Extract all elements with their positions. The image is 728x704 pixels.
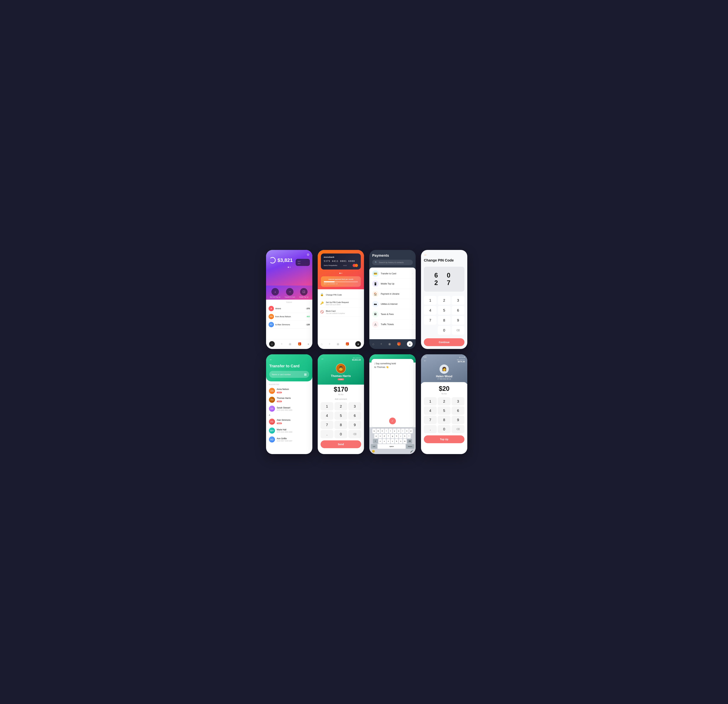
- continue-button[interactable]: Continue: [424, 338, 464, 346]
- key-u[interactable]: u: [397, 429, 400, 433]
- block-card-item[interactable]: 🚫 Block Card You can unblock it anytime: [320, 308, 361, 317]
- nav-add[interactable]: +: [380, 342, 382, 346]
- nav-profile[interactable]: ●: [308, 342, 309, 346]
- key-shift[interactable]: ⇧: [373, 439, 378, 444]
- key-a[interactable]: a: [374, 434, 378, 438]
- key-9[interactable]: 9: [348, 421, 361, 429]
- key-l[interactable]: l: [407, 434, 411, 438]
- key-3[interactable]: 3: [348, 402, 361, 411]
- key-0[interactable]: 0: [438, 425, 451, 433]
- contact-anna[interactable]: AN Anna Nelson mono: [266, 386, 312, 395]
- key-e[interactable]: e: [381, 429, 384, 433]
- key-7[interactable]: 7: [424, 416, 437, 424]
- key-c[interactable]: c: [387, 439, 390, 444]
- payment-item-ukraine[interactable]: 🏠 Payment in Ukraine ›: [369, 289, 416, 299]
- key-dot[interactable]: .: [424, 425, 437, 433]
- back-icon[interactable]: ←: [424, 253, 464, 257]
- key-5[interactable]: 5: [438, 306, 451, 315]
- contact-ann[interactable]: AG Ann Griffin 4149 5567 3328 0287: [266, 435, 312, 444]
- key-3[interactable]: 3: [452, 296, 464, 305]
- key-5[interactable]: 5: [334, 412, 347, 420]
- payment-item-traffic[interactable]: ⚠ Traffic Tickets ›: [369, 319, 416, 330]
- back-icon[interactable]: ←: [269, 358, 309, 361]
- key-dot[interactable]: .: [321, 430, 334, 438]
- key-t[interactable]: t: [389, 429, 392, 433]
- key-2[interactable]: 2: [438, 397, 451, 405]
- key-q[interactable]: q: [373, 429, 376, 433]
- payment-item-taxes[interactable]: 🏛 Taxes & Fees ›: [369, 309, 416, 319]
- card-input[interactable]: Name or card number ▦: [269, 371, 309, 378]
- my-card-topup-button[interactable]: ↓ My Card Top Up: [270, 288, 280, 298]
- key-j[interactable]: j: [399, 434, 403, 438]
- key-return[interactable]: Return: [406, 444, 414, 449]
- nav-gift[interactable]: 🎁: [298, 342, 302, 346]
- set-pin-request-item[interactable]: 🔑 Set Up PIN Code Request Don't ask up t…: [320, 299, 361, 308]
- key-k[interactable]: k: [403, 434, 407, 438]
- key-2[interactable]: 2: [334, 402, 347, 411]
- key-0[interactable]: 0: [438, 326, 451, 335]
- contact-marie[interactable]: MH Marie Hall 5375 4141 0001 6400: [266, 426, 312, 435]
- table-row[interactable]: AN from Anna Nelson 460: [269, 313, 310, 321]
- nav-home[interactable]: ⌂: [373, 342, 374, 346]
- table-row[interactable]: A Airbnb -370: [269, 305, 310, 313]
- mini-card[interactable]: 537 Deni: [296, 259, 310, 266]
- key-6[interactable]: 6: [452, 306, 464, 315]
- back-icon[interactable]: ←: [321, 357, 324, 361]
- contact-thomas[interactable]: TH Thomas Harris mono: [266, 395, 312, 404]
- key-d[interactable]: d: [383, 434, 386, 438]
- add-comment-link[interactable]: Add comment: [321, 398, 361, 400]
- key-4[interactable]: 4: [321, 412, 334, 420]
- key-8[interactable]: 8: [334, 421, 347, 429]
- key-m[interactable]: m: [403, 439, 407, 444]
- key-0[interactable]: 0: [334, 430, 347, 438]
- key-1[interactable]: 1: [424, 296, 437, 305]
- payment-item-mobile[interactable]: 📱 Mobile Top Up ›: [369, 279, 416, 289]
- nav-camera[interactable]: ◉: [337, 342, 339, 346]
- gear-icon[interactable]: ⚙: [307, 253, 309, 257]
- emoji-icon[interactable]: 😊: [372, 450, 375, 452]
- search-bar[interactable]: 🔍 Search by history & contacts: [372, 260, 413, 265]
- payment-item-utilities[interactable]: 🏘 Utilities & Internet ›: [369, 299, 416, 309]
- nav-profile[interactable]: ●: [407, 341, 413, 347]
- change-pin-item[interactable]: 🔒 Change PIN Code: [320, 291, 361, 299]
- nav-camera[interactable]: ◉: [388, 342, 391, 346]
- key-g[interactable]: g: [391, 434, 394, 438]
- key-x[interactable]: x: [383, 439, 386, 444]
- key-v[interactable]: v: [391, 439, 394, 444]
- key-b[interactable]: b: [395, 439, 399, 444]
- contact-sarah[interactable]: SS Sarah Stewart 5375 4141 0001 6400: [266, 404, 312, 413]
- key-6[interactable]: 6: [452, 406, 464, 415]
- key-8[interactable]: 8: [438, 316, 451, 325]
- key-2[interactable]: 2: [438, 296, 451, 305]
- nav-gift[interactable]: 🎁: [397, 342, 401, 346]
- key-backspace[interactable]: ⌫: [407, 439, 412, 444]
- contact-alan[interactable]: AS Alan Simmons mono: [266, 417, 312, 426]
- key-f[interactable]: f: [387, 434, 390, 438]
- key-4[interactable]: 4: [424, 406, 437, 415]
- nav-home[interactable]: ⌂: [321, 342, 323, 346]
- key-4[interactable]: 4: [424, 306, 437, 315]
- back-icon[interactable]: ←: [423, 359, 427, 363]
- key-s[interactable]: s: [378, 434, 382, 438]
- key-delete[interactable]: ⌫: [452, 326, 464, 335]
- table-row[interactable]: AS to Alan Simmons -120: [269, 321, 310, 329]
- key-9[interactable]: 9: [452, 416, 464, 424]
- key-p[interactable]: p: [409, 429, 413, 433]
- key-w[interactable]: w: [377, 429, 380, 433]
- nav-add[interactable]: +: [329, 342, 331, 346]
- key-i[interactable]: i: [401, 429, 404, 433]
- key-n[interactable]: n: [399, 439, 403, 444]
- nav-gift[interactable]: 🎁: [345, 342, 349, 346]
- key-space[interactable]: space: [378, 444, 406, 449]
- key-8[interactable]: 8: [438, 416, 451, 424]
- send-down-button[interactable]: ✓: [389, 418, 396, 424]
- transfer-to-card-button[interactable]: → Transfer to Card: [285, 288, 295, 298]
- payment-item-transfer[interactable]: 💳 Transfer to Card ›: [369, 269, 416, 279]
- key-1[interactable]: 1: [424, 397, 437, 405]
- key-123[interactable]: 123: [371, 444, 377, 449]
- key-7[interactable]: 7: [424, 316, 437, 325]
- mic-icon[interactable]: 🎤: [410, 450, 413, 452]
- scan-icon[interactable]: ▦: [304, 373, 307, 376]
- send-button[interactable]: Send: [321, 440, 361, 448]
- key-7[interactable]: 7: [321, 421, 334, 429]
